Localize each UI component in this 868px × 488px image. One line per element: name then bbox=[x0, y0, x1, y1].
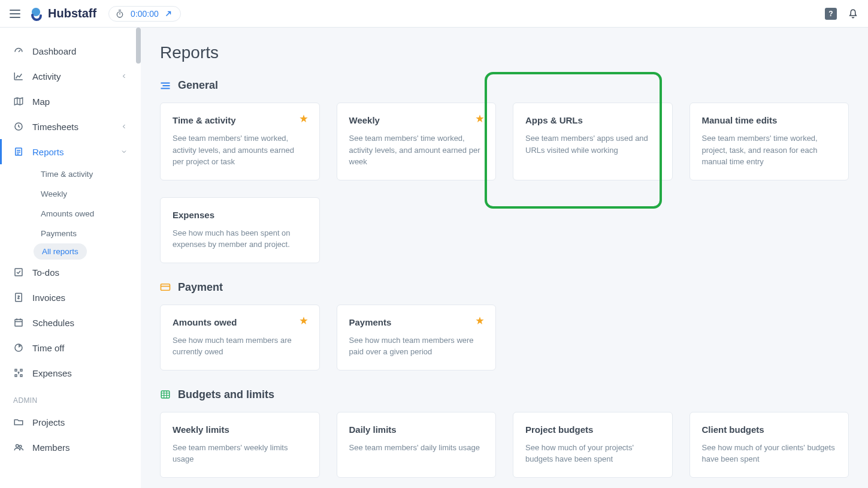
activity-icon bbox=[13, 71, 24, 82]
section-header-payment: Payment bbox=[160, 281, 849, 294]
sidebar-item-reports[interactable]: Reports bbox=[0, 139, 141, 164]
svg-rect-11 bbox=[161, 284, 170, 291]
sidebar-item-invoices[interactable]: Invoices bbox=[0, 285, 141, 310]
card-title: Client budgets bbox=[702, 424, 837, 435]
card-project-budgets[interactable]: Project budgets See how much of your pro… bbox=[513, 412, 673, 478]
external-arrow-icon bbox=[165, 10, 172, 17]
card-title: Payments bbox=[349, 317, 484, 327]
sidebar-item-label: To-dos bbox=[32, 267, 59, 278]
card-expenses[interactable]: Expenses See how much has been spent on … bbox=[160, 197, 320, 263]
menu-toggle-button[interactable] bbox=[10, 10, 20, 18]
card-desc: See team members' time worked, activity … bbox=[349, 132, 484, 168]
sidebar-item-expenses[interactable]: Expenses bbox=[0, 360, 141, 385]
sidebar-item-todos[interactable]: To-dos bbox=[0, 260, 141, 285]
reports-subnav: Time & activity Weekly Amounts owed Paym… bbox=[0, 164, 141, 260]
sidebar-item-timeoff[interactable]: Time off bbox=[0, 335, 141, 360]
general-card-grid: Time & activity See team members' time w… bbox=[160, 103, 849, 263]
sidebar-item-label: Schedules bbox=[32, 318, 74, 328]
clock-icon bbox=[13, 121, 24, 132]
section-title: Payment bbox=[178, 281, 223, 294]
sidebar-item-dashboard[interactable]: Dashboard bbox=[0, 38, 141, 64]
section-title: General bbox=[178, 79, 218, 92]
card-client-budgets[interactable]: Client budgets See how much of your clie… bbox=[689, 412, 849, 478]
topbar-left: Hubstaff 0:00:00 bbox=[10, 6, 181, 22]
chevron-left-icon bbox=[120, 123, 128, 130]
subnav-payments[interactable]: Payments bbox=[34, 224, 84, 243]
sidebar-item-label: Expenses bbox=[32, 368, 72, 378]
map-icon bbox=[13, 96, 24, 107]
table-icon bbox=[160, 390, 171, 399]
card-title: Weekly bbox=[349, 115, 484, 125]
report-icon bbox=[13, 146, 24, 157]
card-desc: See how much team members are currently … bbox=[173, 335, 307, 358]
subnav-amounts-owed[interactable]: Amounts owed bbox=[34, 204, 101, 224]
topbar: Hubstaff 0:00:00 ? bbox=[0, 0, 868, 28]
card-payments[interactable]: Payments See how much team members were … bbox=[337, 305, 497, 370]
card-manual-time-edits[interactable]: Manual time edits See team members' time… bbox=[689, 103, 849, 180]
sidebar-item-label: Timesheets bbox=[32, 122, 78, 132]
sidebar-item-label: Time off bbox=[32, 343, 64, 353]
hubstaff-logo-icon bbox=[29, 7, 43, 21]
section-header-budgets: Budgets and limits bbox=[160, 388, 849, 401]
sidebar-item-activity[interactable]: Activity bbox=[0, 64, 141, 89]
card-time-activity[interactable]: Time & activity See team members' time w… bbox=[160, 103, 320, 180]
expenses-icon bbox=[13, 367, 24, 378]
card-weekly[interactable]: Weekly See team members' time worked, ac… bbox=[337, 103, 497, 180]
card-title: Apps & URLs bbox=[525, 115, 660, 125]
brand-logo[interactable]: Hubstaff bbox=[29, 7, 96, 21]
folder-icon bbox=[13, 417, 24, 427]
card-desc: See team members' time worked, project, … bbox=[702, 132, 837, 168]
card-desc: See how much of your clients' budgets ha… bbox=[702, 442, 837, 465]
svg-point-9 bbox=[16, 445, 19, 448]
subnav-weekly[interactable]: Weekly bbox=[34, 184, 74, 204]
sidebar-item-label: Activity bbox=[32, 71, 61, 82]
sidebar: Dashboard Activity Map Timesheets Report… bbox=[0, 28, 141, 488]
card-title: Amounts owed bbox=[173, 317, 307, 327]
chevron-left-icon bbox=[120, 73, 128, 80]
timer-value: 0:00:00 bbox=[131, 9, 159, 19]
card-desc: See team members' daily limits usage bbox=[349, 442, 484, 454]
invoice-icon bbox=[13, 292, 24, 303]
sidebar-item-label: Dashboard bbox=[32, 46, 76, 56]
card-title: Project budgets bbox=[525, 424, 660, 435]
card-desc: See team members' apps used and URLs vis… bbox=[525, 132, 660, 156]
chevron-down-icon bbox=[120, 148, 128, 155]
card-apps-urls[interactable]: Apps & URLs See team members' apps used … bbox=[513, 103, 673, 180]
help-button[interactable]: ? bbox=[825, 8, 837, 20]
star-icon[interactable] bbox=[299, 114, 309, 123]
card-desc: See team members' weekly limits usage bbox=[173, 442, 307, 465]
list-icon bbox=[160, 82, 171, 90]
card-desc: See team members' time worked, activity … bbox=[173, 132, 307, 168]
brand-name: Hubstaff bbox=[48, 7, 96, 20]
card-weekly-limits[interactable]: Weekly limits See team members' weekly l… bbox=[160, 412, 320, 478]
card-daily-limits[interactable]: Daily limits See team members' daily lim… bbox=[337, 412, 497, 478]
subnav-time-activity[interactable]: Time & activity bbox=[34, 164, 100, 184]
checklist-icon bbox=[13, 267, 24, 278]
sidebar-item-label: Reports bbox=[32, 147, 64, 157]
card-title: Weekly limits bbox=[173, 424, 307, 435]
card-amounts-owed[interactable]: Amounts owed See how much team members a… bbox=[160, 305, 320, 370]
sidebar-item-label: Map bbox=[32, 97, 50, 107]
people-icon bbox=[13, 442, 24, 453]
subnav-all-reports[interactable]: All reports bbox=[34, 243, 87, 260]
sidebar-item-schedules[interactable]: Schedules bbox=[0, 310, 141, 335]
svg-rect-7 bbox=[15, 320, 22, 326]
section-title: Budgets and limits bbox=[178, 388, 274, 401]
sidebar-item-timesheets[interactable]: Timesheets bbox=[0, 114, 141, 139]
notifications-icon[interactable] bbox=[848, 8, 858, 19]
sidebar-item-projects[interactable]: Projects bbox=[0, 409, 141, 435]
page-title: Reports bbox=[160, 43, 849, 62]
budgets-card-grid: Weekly limits See team members' weekly l… bbox=[160, 412, 849, 478]
card-title: Manual time edits bbox=[702, 115, 837, 125]
stopwatch-icon bbox=[115, 9, 125, 19]
timer-widget[interactable]: 0:00:00 bbox=[108, 6, 181, 22]
sidebar-item-map[interactable]: Map bbox=[0, 89, 141, 114]
star-icon[interactable] bbox=[475, 316, 485, 326]
sidebar-item-label: Members bbox=[32, 442, 70, 453]
star-icon[interactable] bbox=[299, 316, 309, 326]
sidebar-item-members[interactable]: Members bbox=[0, 435, 141, 460]
card-title: Time & activity bbox=[173, 115, 307, 125]
star-icon[interactable] bbox=[475, 114, 485, 123]
svg-rect-13 bbox=[161, 391, 170, 398]
card-icon bbox=[160, 283, 171, 291]
